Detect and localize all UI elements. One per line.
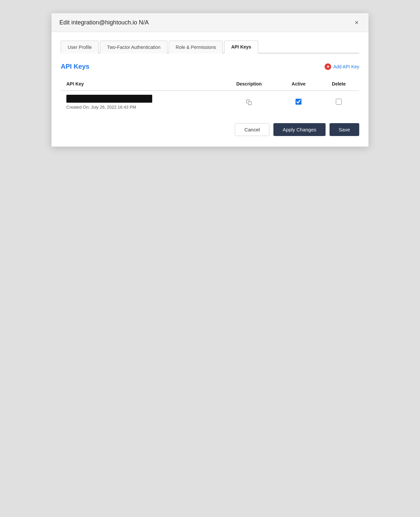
section-header: API Keys + Add API Key: [61, 63, 359, 70]
add-api-key-label: Add API Key: [333, 64, 359, 69]
col-header-active: Active: [279, 77, 319, 91]
svg-rect-0: [248, 101, 252, 105]
close-button[interactable]: ×: [353, 18, 361, 26]
col-header-description: Description: [220, 77, 279, 91]
section-title: API Keys: [61, 63, 89, 70]
api-key-masked-value: [66, 95, 152, 103]
api-key-cell: Created On: July 26, 2022 16:43 PM: [61, 91, 220, 114]
tabs-container: User Profile Two-Factor Authentication R…: [61, 40, 359, 53]
add-api-key-button[interactable]: + Add API Key: [325, 63, 359, 70]
api-key-content: Created On: July 26, 2022 16:43 PM: [66, 95, 214, 110]
plus-icon: +: [325, 63, 331, 70]
tab-user-profile[interactable]: User Profile: [61, 41, 99, 53]
delete-cell: [319, 91, 359, 114]
tab-api-keys[interactable]: API Keys: [224, 41, 258, 53]
modal-title: Edit integration@hightouch.io N/A: [59, 19, 149, 26]
copy-icon[interactable]: [245, 98, 253, 106]
api-key-created-date: Created On: July 26, 2022 16:43 PM: [66, 105, 214, 110]
col-header-delete: Delete: [319, 77, 359, 91]
col-header-api-key: API Key: [61, 77, 220, 91]
modal-header: Edit integration@hightouch.io N/A ×: [52, 13, 368, 32]
action-buttons: Cancel Apply Changes Save: [61, 123, 359, 136]
save-button[interactable]: Save: [330, 123, 359, 136]
tab-two-factor[interactable]: Two-Factor Authentication: [100, 41, 167, 53]
description-cell: [220, 91, 279, 114]
modal-body: User Profile Two-Factor Authentication R…: [52, 32, 368, 147]
apply-changes-button[interactable]: Apply Changes: [273, 123, 326, 136]
active-checkbox[interactable]: [296, 99, 301, 105]
api-keys-table: API Key Description Active Delete Create…: [61, 77, 359, 114]
modal-container: Edit integration@hightouch.io N/A × User…: [52, 13, 368, 147]
delete-checkbox[interactable]: [336, 99, 342, 105]
table-row: Created On: July 26, 2022 16:43 PM: [61, 91, 359, 114]
tab-role-permissions[interactable]: Role & Permissions: [169, 41, 223, 53]
table-header-row: API Key Description Active Delete: [61, 77, 359, 91]
cancel-button[interactable]: Cancel: [235, 123, 269, 136]
active-cell: [279, 91, 319, 114]
